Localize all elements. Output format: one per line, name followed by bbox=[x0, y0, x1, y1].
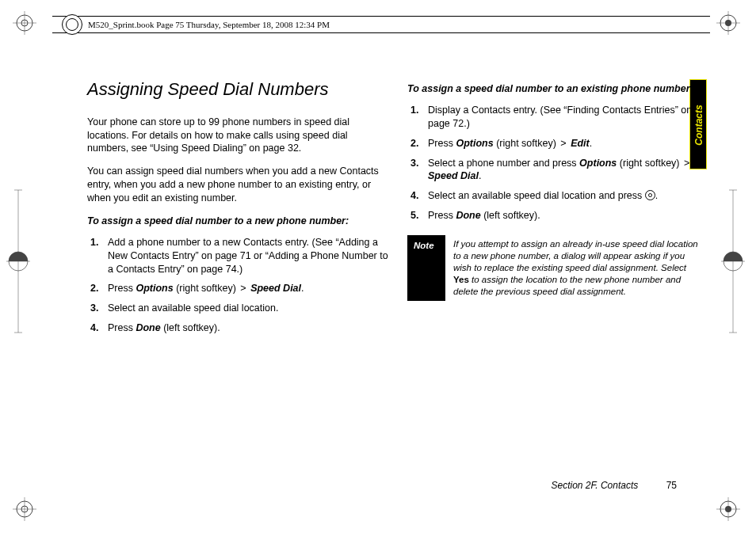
registration-mark-icon bbox=[721, 158, 745, 364]
step-item: Select a phone number and press Options … bbox=[407, 157, 708, 184]
footer-section: Section 2F. Contacts bbox=[551, 480, 638, 491]
step-item: Add a phone number to a new Contacts ent… bbox=[87, 236, 388, 276]
procedure-steps-2: Display a Contacts entry. (See “Finding … bbox=[407, 104, 708, 222]
page-title: Assigning Speed Dial Numbers bbox=[87, 78, 388, 101]
page-content: Assigning Speed Dial Numbers Your phone … bbox=[87, 78, 708, 492]
step-item: Press Options (right softkey) > Edit. bbox=[407, 137, 708, 150]
step-item: Select an available speed dial location … bbox=[407, 189, 708, 203]
left-column: Assigning Speed Dial Numbers Your phone … bbox=[87, 78, 388, 492]
step-item: Select an available speed dial location. bbox=[87, 302, 388, 315]
binder-hole-icon bbox=[62, 14, 82, 35]
note-label: Note bbox=[407, 235, 445, 301]
step-item: Press Done (left softkey). bbox=[407, 209, 708, 222]
step-item: Press Options (right softkey) > Speed Di… bbox=[87, 282, 388, 295]
note-text: If you attempt to assign an already in-u… bbox=[445, 235, 708, 301]
procedure-heading-2: To assign a speed dial number to an exis… bbox=[407, 82, 708, 96]
footer-page-number: 75 bbox=[666, 480, 677, 491]
running-head: M520_Sprint.book Page 75 Thursday, Septe… bbox=[52, 16, 710, 33]
crop-mark-icon bbox=[716, 497, 740, 521]
note-box: Note If you attempt to assign an already… bbox=[407, 235, 708, 301]
step-item: Press Done (left softkey). bbox=[87, 321, 388, 335]
step-item: Display a Contacts entry. (See “Finding … bbox=[407, 104, 708, 131]
crop-mark-icon bbox=[13, 11, 36, 35]
procedure-steps: Add a phone number to a new Contacts ent… bbox=[87, 236, 388, 335]
crop-mark-icon bbox=[716, 11, 740, 35]
intro-paragraph: Your phone can store up to 99 phone numb… bbox=[87, 116, 388, 156]
intro-paragraph-2: You can assign speed dial numbers when y… bbox=[87, 165, 388, 205]
ok-button-icon bbox=[645, 190, 655, 200]
crop-mark-icon bbox=[13, 497, 36, 521]
right-column: To assign a speed dial number to an exis… bbox=[407, 78, 708, 492]
registration-mark-icon bbox=[6, 158, 30, 364]
running-head-text: M520_Sprint.book Page 75 Thursday, Septe… bbox=[88, 20, 330, 29]
procedure-heading: To assign a speed dial number to a new p… bbox=[87, 215, 388, 228]
page-footer: Section 2F. Contacts 75 bbox=[551, 480, 677, 491]
